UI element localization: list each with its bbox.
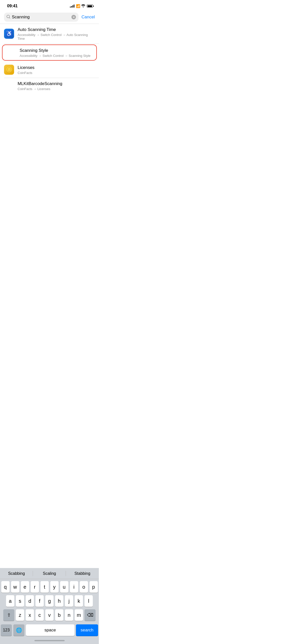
search-input[interactable]: [12, 15, 70, 20]
result-subtitle: CoinFacts: [18, 71, 95, 75]
status-time: 09:41: [7, 4, 18, 9]
search-icon: [7, 15, 10, 19]
result-title: MLKitBarcodeScanning: [18, 81, 95, 87]
highlighted-result-wrapper: Scanning Style Accessibility → Switch Co…: [0, 45, 99, 61]
result-title: Licenses: [18, 65, 95, 70]
result-title: Scanning Style: [20, 48, 93, 53]
results-list: ♿ Auto Scanning Time Accessibility → Swi…: [0, 24, 99, 94]
list-item[interactable]: MLKitBarcodeScanning CoinFacts → License…: [0, 78, 99, 94]
coin-icon: 🪙: [6, 67, 12, 73]
item-divider: [4, 44, 99, 44]
signal-icon: [70, 5, 74, 8]
wifi-icon: 📶: [76, 4, 85, 8]
accessibility-icon: ♿: [6, 30, 13, 37]
result-item-content: Scanning Style Accessibility → Switch Co…: [20, 48, 93, 58]
svg-line-1: [9, 18, 10, 19]
list-item[interactable]: Scanning Style Accessibility → Switch Co…: [3, 45, 96, 60]
highlight-ring: Scanning Style Accessibility → Switch Co…: [2, 45, 97, 61]
result-subtitle: CoinFacts → Licenses: [18, 87, 95, 91]
result-subtitle: Accessibility → Switch Control → Auto Sc…: [18, 33, 95, 41]
result-title: Auto Scanning Time: [18, 27, 95, 32]
status-bar: 09:41 📶: [0, 0, 99, 11]
no-icon: [6, 48, 16, 58]
status-icons: 📶: [70, 4, 94, 8]
no-icon: [4, 81, 14, 91]
list-item[interactable]: 🪙 Licenses CoinFacts: [0, 62, 99, 78]
search-bar-row: Cancel: [0, 11, 99, 24]
result-item-content: Auto Scanning Time Accessibility → Switc…: [18, 27, 95, 41]
clear-button[interactable]: [71, 15, 76, 19]
result-item-content: MLKitBarcodeScanning CoinFacts → License…: [18, 81, 95, 91]
search-input-container[interactable]: [4, 13, 78, 22]
result-subtitle: Accessibility → Switch Control → Scannin…: [20, 54, 93, 58]
accessibility-app-icon: ♿: [4, 29, 14, 39]
battery-icon: [87, 5, 94, 8]
list-item[interactable]: ♿ Auto Scanning Time Accessibility → Swi…: [0, 24, 99, 44]
coinfacts-app-icon: 🪙: [4, 65, 14, 75]
cancel-button[interactable]: Cancel: [81, 15, 95, 20]
result-item-content: Licenses CoinFacts: [18, 65, 95, 75]
